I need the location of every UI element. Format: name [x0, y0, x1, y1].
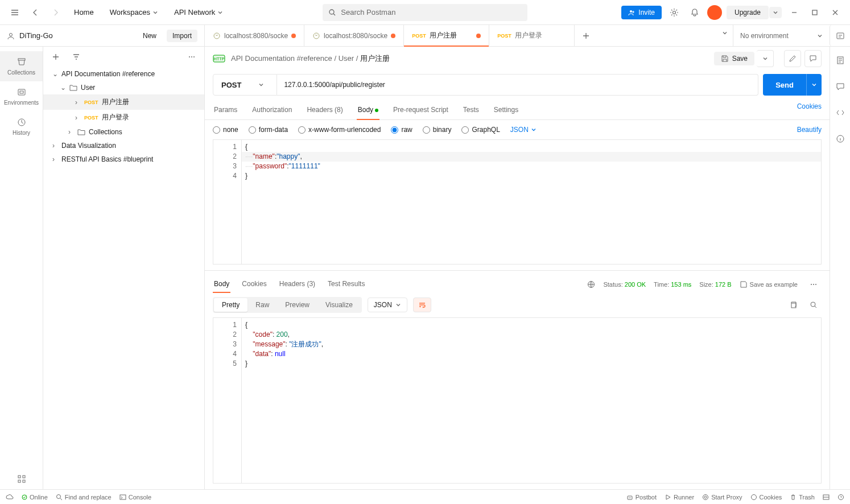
svg-point-18 [193, 56, 195, 57]
code-icon[interactable] [832, 105, 848, 121]
body-formdata[interactable]: form-data [249, 126, 288, 134]
tab-login[interactable]: POST 用户登录 [489, 25, 575, 46]
tree-request-register[interactable]: ›POST用户注册 [43, 94, 204, 110]
rail-history[interactable]: History [0, 111, 43, 142]
invite-button[interactable]: Invite [621, 6, 662, 19]
body-none[interactable]: none [213, 126, 238, 134]
save-button[interactable]: Save [714, 52, 754, 65]
body-graphql[interactable]: GraphQL [461, 126, 500, 134]
tab-register[interactable]: POST 用户注册 [404, 25, 489, 46]
filter-icon[interactable] [68, 49, 84, 65]
notifications-icon[interactable] [687, 5, 703, 20]
more-icon[interactable] [184, 49, 200, 65]
send-button[interactable]: Send [763, 74, 822, 96]
upgrade-dropdown[interactable] [769, 7, 782, 18]
breadcrumb[interactable]: API Documentation #reference / User / 用户… [231, 53, 390, 64]
tree-collection-rest[interactable]: ›RESTful API Basics #blueprint [43, 152, 204, 166]
body-xwww[interactable]: x-www-form-urlencoded [298, 126, 381, 134]
avatar[interactable] [707, 5, 722, 20]
tab-socket2[interactable]: localhost:8080/socke [304, 25, 404, 46]
rail-collections[interactable]: Collections [0, 51, 43, 81]
tab-overflow-icon[interactable] [717, 25, 733, 41]
close-icon[interactable] [827, 5, 843, 20]
resp-tab-body[interactable]: Body [213, 276, 230, 292]
footer-find[interactable]: Find and replace [56, 494, 112, 501]
upgrade-button[interactable]: Upgrade [727, 6, 769, 19]
footer-proxy[interactable]: Start Proxy [702, 494, 742, 501]
footer-console[interactable]: Console [119, 494, 151, 501]
search-input[interactable]: Search Postman [323, 4, 527, 21]
rail-configure[interactable] [0, 469, 43, 489]
add-tab-button[interactable] [575, 25, 597, 46]
edit-icon[interactable] [784, 50, 801, 67]
tab-body[interactable]: Body [357, 102, 379, 119]
body-binary[interactable]: binary [423, 126, 452, 134]
minimize-icon[interactable] [786, 5, 802, 20]
back-icon[interactable] [27, 5, 43, 20]
resp-tab-tests[interactable]: Test Results [327, 276, 366, 292]
footer-layout[interactable] [823, 494, 830, 501]
url-input[interactable]: 127.0.0.1:5000/api/public/register [277, 74, 758, 96]
tree-collection[interactable]: ⌄API Documentation #reference [43, 67, 204, 81]
method-selector[interactable]: POST [213, 74, 277, 96]
save-as-example-button[interactable]: Save as example [740, 280, 798, 288]
tab-settings[interactable]: Settings [493, 102, 519, 119]
tab-tests[interactable]: Tests [462, 102, 480, 119]
rail-environments[interactable]: Environments [0, 81, 43, 111]
home-link[interactable]: Home [68, 5, 100, 20]
wrap-lines-button[interactable] [413, 298, 431, 312]
environment-selector[interactable]: No environment [733, 25, 830, 46]
resp-preview[interactable]: Preview [277, 298, 317, 312]
resp-pretty[interactable]: Pretty [214, 298, 247, 312]
info-icon[interactable] [832, 131, 848, 147]
copy-icon[interactable] [785, 297, 801, 313]
resp-tab-headers[interactable]: Headers (3) [278, 276, 316, 292]
settings-icon[interactable] [666, 5, 682, 20]
resp-language-selector[interactable]: JSON [368, 298, 407, 312]
new-button[interactable]: New [137, 30, 162, 42]
resp-raw[interactable]: Raw [247, 298, 277, 312]
env-quicklook-icon[interactable] [830, 25, 850, 46]
footer-postbot[interactable]: Postbot [626, 494, 657, 501]
tab-prerequest[interactable]: Pre-request Script [392, 102, 449, 119]
workspaces-link[interactable]: Workspaces [104, 5, 164, 20]
send-dropdown[interactable] [806, 74, 822, 96]
request-body-editor[interactable]: 1234 { ····"name":"happy", ····"password… [213, 139, 822, 265]
resp-visualize[interactable]: Visualize [317, 298, 361, 312]
footer-help[interactable] [837, 494, 844, 501]
cookies-link[interactable]: Cookies [797, 102, 822, 119]
body-raw[interactable]: raw [391, 126, 412, 134]
workspace-name[interactable]: DiTing-Go [19, 31, 53, 40]
beautify-button[interactable]: Beautify [797, 126, 822, 134]
comments-icon[interactable] [832, 79, 848, 94]
save-dropdown[interactable] [757, 50, 774, 67]
more-icon[interactable] [806, 276, 822, 292]
tree-folder-user[interactable]: ⌄User [43, 81, 204, 94]
response-body-editor[interactable]: 12345 { "code": 200, "message": "注册成功", … [213, 317, 822, 484]
tab-params[interactable]: Params [213, 102, 238, 119]
footer-sync[interactable] [6, 494, 14, 500]
search-response-icon[interactable] [806, 297, 822, 313]
footer-runner[interactable]: Runner [665, 494, 694, 501]
api-network-link[interactable]: API Network [168, 5, 229, 20]
tree-folder-collections[interactable]: ›Collections [43, 125, 204, 139]
http-icon: HTTP [213, 55, 225, 63]
footer-cookies[interactable]: Cookies [750, 494, 782, 501]
maximize-icon[interactable] [807, 5, 823, 20]
menu-icon[interactable] [7, 5, 23, 20]
import-button[interactable]: Import [167, 30, 197, 42]
tree-collection-dv[interactable]: ›Data Visualization [43, 139, 204, 152]
tab-headers[interactable]: Headers (8) [306, 102, 344, 119]
tab-authorization[interactable]: Authorization [251, 102, 293, 119]
footer-online[interactable]: Online [22, 494, 48, 501]
tab-socket1[interactable]: localhost:8080/socke [205, 25, 304, 46]
footer-trash[interactable]: Trash [790, 494, 815, 501]
add-icon[interactable] [48, 49, 64, 65]
collections-icon [16, 57, 27, 67]
documentation-icon[interactable] [832, 52, 848, 68]
resp-tab-cookies[interactable]: Cookies [241, 276, 267, 292]
body-language-selector[interactable]: JSON [510, 126, 537, 134]
forward-icon[interactable] [48, 5, 64, 20]
tree-request-login[interactable]: ›POST用户登录 [43, 110, 204, 125]
comment-icon[interactable] [804, 50, 822, 67]
